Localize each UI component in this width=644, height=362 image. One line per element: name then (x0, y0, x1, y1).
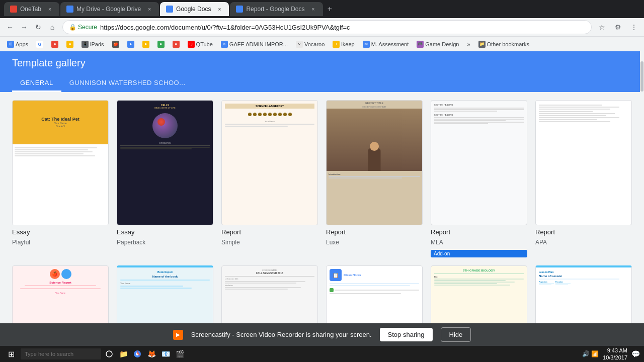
address-bar[interactable]: 🔒 Secure https://docs.google.com/documen… (62, 20, 592, 34)
template-report-simple[interactable]: SCIENCE LAB REPORT Your Name (221, 100, 318, 257)
tab-close-gdocs[interactable]: × (216, 6, 223, 13)
bk1-icon: ● (51, 41, 58, 48)
notification-icon[interactable]: 💬 (631, 350, 640, 358)
screencastify-icon: ▶ (173, 330, 183, 340)
page-title: Template gallery (12, 57, 632, 75)
other-bk-icon: 📁 (478, 41, 486, 48)
thumb-report-simple: SCIENCE LAB REPORT Your Name (221, 100, 318, 225)
tab-onetab[interactable]: OneTab × (4, 2, 59, 16)
assessment-icon: M (363, 41, 370, 48)
bookmark-circle2[interactable]: ● (63, 40, 76, 49)
gamedesign-icon: 🎮 (417, 41, 424, 48)
hide-button[interactable]: Hide (441, 327, 471, 342)
search-box[interactable] (21, 348, 101, 359)
screencastify-bar: ▶ Screencastify - Screen Video Recorder … (0, 323, 644, 346)
thumb-report-mla: SECTION HEADING SECTION HEADING (431, 100, 527, 225)
address-bar-row: ← → ↻ ⌂ 🔒 Secure https://docs.google.com… (0, 18, 644, 36)
home-button[interactable]: ⌂ (46, 21, 58, 33)
scroll-thumb[interactable] (640, 61, 643, 92)
drive-bk-icon: ▲ (127, 41, 134, 48)
tab-report[interactable]: Report - Google Docs × (230, 2, 323, 16)
tab-label-onetab: OneTab (20, 6, 41, 13)
template-name: Report (535, 228, 632, 236)
template-name: Essay (117, 228, 213, 236)
tab-label-report: Report - Google Docs (246, 6, 304, 13)
bookmark-drive[interactable]: ▲ (124, 40, 137, 49)
bookmark-other[interactable]: 📁 Other bookmarks (475, 40, 532, 49)
new-tab-button[interactable]: + (324, 3, 336, 15)
bookmark-gamedesign[interactable]: 🎮 Game Design (414, 40, 462, 49)
template-essay-playful[interactable]: Cat: The Ideal Pet Your Name Grade 5 Ess… (12, 100, 109, 257)
template-report-luxe[interactable]: REPORT TITLE LOREM IPSUM DOLOR SIT AMET … (326, 100, 423, 257)
template-name: Report (431, 228, 527, 236)
tab-gunnison[interactable]: GUNNISON WATERSHED SCHOO... (61, 75, 194, 92)
google-icon: G (36, 41, 43, 48)
taskbar-firefox[interactable]: 🦊 (145, 348, 157, 360)
tab-label-drive: My Drive - Google Drive (76, 6, 141, 13)
thumb-report-luxe: REPORT TITLE LOREM IPSUM DOLOR SIT AMET … (326, 100, 423, 225)
bookmark-qtube[interactable]: Q QTube (185, 40, 216, 49)
bookmark-bk5[interactable]: ● (170, 40, 183, 49)
report-favicon (236, 6, 243, 13)
scrollbar[interactable] (640, 51, 644, 326)
svg-point-0 (106, 351, 112, 357)
vocaroo-icon: V (296, 41, 303, 48)
bookmarks-bar: ⊞ Apps G ● ● 📱 iPads 🍎 ▲ ● ● ● Q QTube G… (0, 36, 644, 51)
bookmark-button[interactable]: ☆ (596, 21, 608, 33)
gdocs-favicon (166, 6, 173, 13)
bookmark-google[interactable]: G (33, 40, 46, 49)
gallery-row-1: Cat: The Ideal Pet Your Name Grade 5 Ess… (12, 100, 632, 257)
extensions-button[interactable]: ⚙ (612, 21, 624, 33)
taskbar-cortana[interactable] (103, 348, 115, 360)
tab-drive[interactable]: My Drive - Google Drive × (60, 2, 159, 16)
bookmark-assessment[interactable]: M M. Assessment (360, 40, 412, 49)
back-button[interactable]: ← (4, 21, 16, 33)
bookmark-circle1[interactable]: ● (48, 40, 61, 49)
tab-label-gdocs: Google Docs (176, 6, 211, 13)
bookmark-bk3[interactable]: ● (139, 40, 152, 49)
ikeep-icon: i (333, 41, 340, 48)
thumb-report-apa (535, 100, 632, 225)
bookmark-ikeep[interactable]: i ikeep (330, 40, 357, 49)
template-report-mla[interactable]: SECTION HEADING SECTION HEADING Report M… (431, 100, 527, 257)
forward-button[interactable]: → (18, 21, 30, 33)
bk4-icon: ● (157, 41, 165, 48)
start-button[interactable]: ⊞ (4, 347, 19, 361)
addon-badge-mla: Add-on (431, 250, 527, 257)
system-tray: 🔊 📶 9:43 AM 10/3/2017 💬 (582, 347, 640, 361)
template-subname: APA (535, 239, 632, 246)
tab-close-report[interactable]: × (310, 6, 317, 13)
bookmark-more[interactable]: » (464, 40, 473, 48)
template-essay-paperback[interactable]: CELLS BASIC UNITS OF LIFE INTRODUCTION E… (117, 100, 213, 257)
bookmark-ipads[interactable]: 📱 iPads (78, 40, 107, 49)
app-header: Template gallery GENERAL GUNNISON WATERS… (0, 51, 644, 92)
taskbar-screencastify[interactable]: 🎬 (174, 348, 186, 360)
refresh-button[interactable]: ↻ (32, 21, 44, 33)
tab-gdocs[interactable]: Google Docs × (160, 2, 229, 16)
taskbar-file-explorer[interactable]: 📁 (117, 348, 129, 360)
stop-sharing-button[interactable]: Stop sharing (380, 328, 433, 341)
taskbar-outlook[interactable]: 📧 (159, 348, 172, 360)
tab-close-drive[interactable]: × (146, 6, 153, 13)
bookmark-bk4[interactable]: ● (154, 40, 168, 49)
tab-bar: OneTab × My Drive - Google Drive × Googl… (0, 0, 644, 18)
menu-button[interactable]: ⋮ (628, 21, 640, 33)
bk5-icon: ● (173, 41, 180, 48)
tab-general[interactable]: GENERAL (12, 75, 61, 92)
onetab-favicon (10, 6, 17, 13)
gafe-icon: G (221, 41, 228, 48)
template-report-apa[interactable]: Report APA (535, 100, 632, 257)
apps-icon: ⊞ (7, 41, 14, 48)
bookmark-apps[interactable]: ⊞ Apps (4, 40, 31, 49)
bookmark-vocaroo[interactable]: V Vocaroo (293, 40, 328, 49)
qtube-icon: Q (188, 41, 195, 48)
secure-badge: 🔒 Secure (69, 24, 97, 31)
bookmark-apple[interactable]: 🍎 (109, 40, 122, 49)
taskbar-chrome[interactable] (131, 348, 143, 360)
ipads-icon: 📱 (82, 41, 89, 48)
template-subname: Simple (221, 239, 318, 246)
bookmark-gafe[interactable]: G GAFE ADMIN IMPOR... (218, 40, 291, 49)
template-name: Report (326, 228, 423, 236)
bk3-icon: ● (142, 41, 149, 48)
tab-close-onetab[interactable]: × (46, 6, 53, 13)
